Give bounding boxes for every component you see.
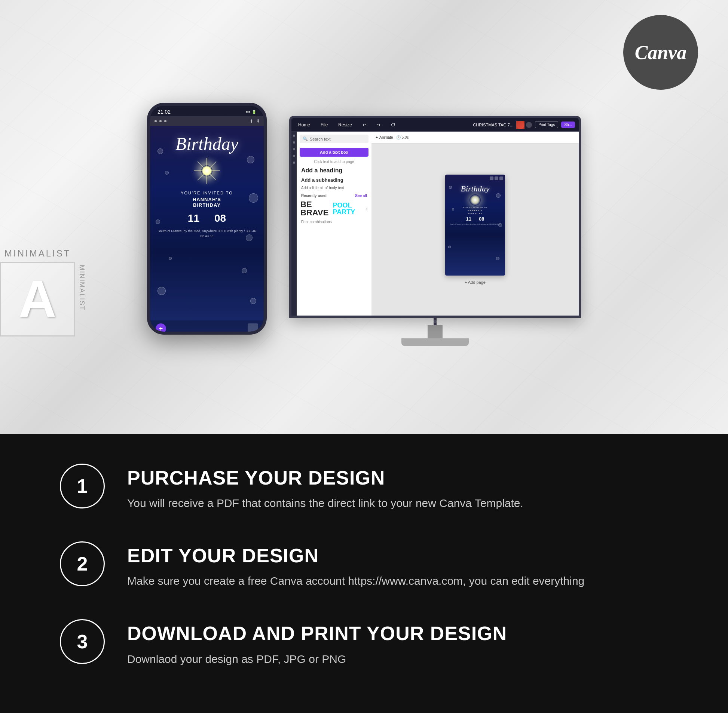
step-1-description: You will receive a PDF that contains the… bbox=[127, 495, 668, 512]
monitor-stand-neck bbox=[428, 325, 442, 339]
add-text-box-btn[interactable]: Add a text box bbox=[300, 148, 368, 157]
devices-container: 21:02 ▪▪▪ 🔋 ⬆ ⬇ bbox=[147, 103, 581, 346]
search-icon: 🔍 bbox=[303, 136, 308, 141]
animate-icon: ✦ bbox=[375, 135, 378, 139]
step-2-item: 2 EDIT YOUR DESIGN Make sure you create … bbox=[60, 541, 668, 589]
bubble-3 bbox=[165, 171, 169, 175]
svg-line-5 bbox=[210, 174, 216, 180]
bubble-5 bbox=[155, 219, 160, 224]
phone-notch bbox=[184, 106, 229, 116]
nav-resize[interactable]: Resize bbox=[335, 121, 355, 128]
sparkle-effect bbox=[192, 156, 222, 186]
bubble-7 bbox=[169, 257, 172, 260]
see-all-link[interactable]: See all bbox=[355, 194, 367, 198]
step-3-number: 3 bbox=[77, 630, 88, 653]
sidebar-icon-3 bbox=[293, 148, 295, 150]
canva-topbar: Home File Resize ↩ ↪ ⏱ CHRISTMAS TAG 7..… bbox=[291, 118, 579, 131]
recently-used-header: Recently used See all bbox=[297, 191, 371, 199]
phone-mockup: 21:02 ▪▪▪ 🔋 ⬆ ⬇ bbox=[147, 103, 267, 335]
phone-screen: Birthday YOU'RE INVITED TO bbox=[150, 126, 264, 335]
animate-label: Animate bbox=[379, 135, 393, 139]
phone-share-icon: ⬆ bbox=[250, 119, 253, 124]
canva-text-panel: 🔍 Search text Add a text box Click text … bbox=[297, 131, 371, 316]
canvas-name-sm: HANNAH'S bbox=[445, 209, 505, 212]
step-1-title: PURCHASE YOUR DESIGN bbox=[127, 467, 668, 489]
add-heading-option[interactable]: Add a heading bbox=[297, 165, 371, 176]
time-value: 5.0s bbox=[402, 135, 409, 139]
phone-details: South of France, by the Med, Anywhere 00… bbox=[150, 229, 264, 238]
sidebar-icon-4 bbox=[293, 155, 295, 157]
canvas-toolbar: ✦ Animate 🕐 5.0s bbox=[371, 131, 579, 143]
phone-battery-icon: 🔋 bbox=[252, 110, 256, 114]
sparkle-svg bbox=[192, 156, 222, 186]
phone-date-day: 11 bbox=[188, 212, 199, 224]
bubble-2 bbox=[247, 156, 254, 163]
cb-6 bbox=[496, 257, 499, 260]
step-2-content: EDIT YOUR DESIGN Make sure you create a … bbox=[127, 541, 668, 589]
click-to-add-label: Click text to add to page bbox=[297, 160, 371, 164]
add-subheading-option[interactable]: Add a subheading bbox=[297, 176, 371, 184]
canvas-invite-sm: YOU'RE INVITED TO bbox=[445, 206, 505, 209]
canva-logo-text: Canva bbox=[635, 42, 687, 64]
bubble-4 bbox=[249, 193, 258, 203]
canva-body: 🔍 Search text Add a text box Click text … bbox=[291, 131, 579, 316]
toolbar-dot-2 bbox=[159, 120, 161, 122]
font-previews: BE BRAVE POOL PARTY › bbox=[297, 199, 371, 218]
animate-btn[interactable]: ✦ Animate bbox=[375, 135, 393, 139]
minimalist-label: MINIMALIST bbox=[0, 245, 89, 262]
canvas-details-sm: South of France, by the Med, Anywhere 00… bbox=[445, 223, 505, 225]
phone-time: 21:02 bbox=[157, 109, 170, 115]
font-combinations-label: Font combinations bbox=[297, 218, 371, 225]
step-1-number: 1 bbox=[77, 475, 88, 497]
avatar-2 bbox=[526, 122, 532, 128]
phone-birthday-text: Birthday bbox=[175, 133, 238, 154]
font-next-icon[interactable]: › bbox=[366, 206, 368, 212]
canvas-area: ✦ Animate 🕐 5.0s bbox=[371, 131, 579, 316]
nav-file[interactable]: File bbox=[318, 121, 331, 128]
canvas-birthday-text: Birthday bbox=[445, 184, 505, 194]
sidebar-icon-1 bbox=[293, 134, 295, 137]
add-page-btn[interactable]: + Add page bbox=[465, 280, 486, 285]
canva-logo: Canva bbox=[623, 15, 698, 90]
step-3-circle: 3 bbox=[60, 619, 105, 664]
canvas-date-sm: 11 08 bbox=[445, 216, 505, 222]
search-placeholder: Search text bbox=[310, 137, 331, 141]
print-tags-btn[interactable]: Print Tags bbox=[535, 121, 558, 128]
pool-party-text: POOL PARTY bbox=[333, 202, 364, 215]
recently-used-label: Recently used bbox=[301, 194, 327, 198]
monitor-stand-base bbox=[401, 339, 469, 346]
lock-icon-1 bbox=[490, 176, 493, 180]
svg-line-7 bbox=[197, 174, 204, 180]
step-2-number: 2 bbox=[77, 553, 88, 575]
nav-home[interactable]: Home bbox=[295, 121, 313, 128]
step-1-content: PURCHASE YOUR DESIGN You will receive a … bbox=[127, 464, 668, 512]
minimalist-right: MINIMALIST bbox=[75, 262, 89, 337]
bubble-8 bbox=[242, 268, 247, 273]
pool-party-preview: POOL PARTY bbox=[333, 202, 364, 215]
clock-icon: 🕐 bbox=[396, 135, 401, 139]
sidebar-icon-2 bbox=[293, 141, 295, 143]
canvas-birthday-label-sm: BIRTHDAY bbox=[445, 212, 505, 215]
add-body-option[interactable]: Add a little bit of body text bbox=[297, 184, 371, 191]
step-2-description: Make sure you create a free Canva accoun… bbox=[127, 573, 668, 589]
nav-redo[interactable]: ↪ bbox=[374, 121, 383, 128]
step-3-item: 3 DOWNLOAD AND PRINT YOUR DESIGN Downlao… bbox=[60, 619, 668, 667]
nav-undo[interactable]: ↩ bbox=[360, 121, 369, 128]
top-section: Canva MINIMALIST A MINIMALIST 21:02 ▪▪▪ … bbox=[0, 0, 728, 434]
phone-btn-1[interactable]: + bbox=[155, 324, 166, 334]
lock-icon-2 bbox=[495, 176, 498, 180]
monitor-bezel bbox=[434, 318, 437, 325]
phone-btn-2 bbox=[248, 324, 258, 334]
svg-line-4 bbox=[197, 161, 204, 168]
canva-topbar-right: CHRISTMAS TAG 7... Print Tags Sh... bbox=[473, 121, 575, 129]
cb-2 bbox=[496, 193, 501, 198]
letter-a-box: A bbox=[0, 262, 75, 337]
step-3-description: Downlaod your design as PDF, JPG or PNG bbox=[127, 650, 668, 667]
toolbar-dot-1 bbox=[154, 120, 157, 122]
nav-timer[interactable]: ⏱ bbox=[388, 121, 398, 128]
share-btn[interactable]: Sh... bbox=[561, 121, 575, 128]
canva-sidebar bbox=[291, 131, 297, 316]
step-2-circle: 2 bbox=[60, 541, 105, 586]
search-box[interactable]: 🔍 Search text bbox=[300, 134, 368, 143]
canvas-card: Birthday YOU'RE INVITED TO HANNAH'S BIRT… bbox=[445, 175, 505, 276]
